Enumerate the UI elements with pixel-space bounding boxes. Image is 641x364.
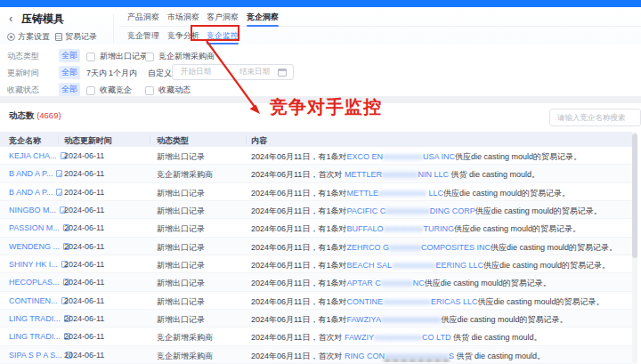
company-name-link[interactable]: PASSION M... <box>9 223 69 232</box>
content-company-link[interactable]: CONTINE <box>346 297 383 306</box>
content-redacted: xxxxxxxxxx <box>383 152 423 161</box>
content-redacted: xxxxxxxxxxxx <box>374 333 422 342</box>
annotation-text: 竞争对手监控 <box>270 95 382 119</box>
count-label: 动态数 <box>9 110 35 120</box>
content-company-link[interactable]: APTAR C <box>346 279 380 287</box>
company-name-link[interactable]: B AND A P... <box>9 188 62 197</box>
content-company-link[interactable]: ERICAS LLC <box>431 297 478 306</box>
content-company-link[interactable]: CO LTD <box>422 333 450 342</box>
plan-settings-label: 方案设置 <box>18 31 50 43</box>
content-company-link[interactable]: COMPOSITES INC <box>421 243 491 252</box>
company-name-link[interactable]: LING TRADI... <box>9 314 70 323</box>
tab-竞企管理[interactable]: 竞企管理 <box>127 30 159 42</box>
checkbox-option[interactable]: 收藏动态 <box>145 85 191 96</box>
content-company-link[interactable]: LLC <box>426 189 443 198</box>
row-content: 2024年06月11日，有1条对PACIFIC CxxxxxxxxxxxDING… <box>251 206 620 217</box>
content-company-link[interactable]: EERING LLC <box>435 261 483 270</box>
date-range-input[interactable]: 开始日期 → 结束日期 <box>172 64 294 80</box>
checkbox-option[interactable]: 收藏竞企 <box>86 85 132 96</box>
content-company-link[interactable]: NIN LLC <box>418 170 449 179</box>
content-text: 2024年06月11日，有1条对 <box>251 261 346 270</box>
checkbox-icon[interactable] <box>86 86 95 95</box>
content-company-link[interactable]: METTLE <box>346 189 378 198</box>
time-option[interactable]: 1个月内 <box>109 68 137 79</box>
filter-label: 动态类型 <box>7 51 39 62</box>
content-text: 2024年06月11日，首次对 <box>251 352 345 360</box>
content-company-link[interactable]: DING CORP <box>430 206 475 215</box>
content-company-link[interactable]: BEACH SAL <box>346 261 392 270</box>
content-company-link[interactable]: EXCO EN <box>346 152 383 161</box>
time-option[interactable]: 7天内 <box>86 68 107 79</box>
row-update-date: 2024-06-11 <box>64 351 104 360</box>
company-name-link[interactable]: B AND A P... <box>9 169 62 178</box>
company-name-link[interactable]: SIPA S P A S... <box>9 351 72 360</box>
company-name-link[interactable]: CONTINEN... <box>9 296 68 305</box>
filter-all-pill[interactable]: 全部 <box>59 49 80 62</box>
content-company-link[interactable]: NC <box>413 279 425 287</box>
content-redacted: xxxxxxxxxxxxxxxx <box>385 352 449 362</box>
range-arrow-icon: → <box>228 68 236 77</box>
trade-records-button[interactable]: 贸易记录 <box>55 31 97 43</box>
content-company-link[interactable]: FAWZIY <box>345 333 374 342</box>
content-text: 2024年06月11日，有1条对 <box>251 243 346 252</box>
company-action-icon[interactable] <box>56 189 62 196</box>
filter-all-pill[interactable]: 全部 <box>59 66 80 79</box>
filter-all-pill[interactable]: 全部 <box>59 83 80 96</box>
time-option[interactable]: 自定义 <box>148 68 172 79</box>
row-dynamic-type: 新增出口记录 <box>157 151 205 163</box>
plan-settings-button[interactable]: 方案设置 <box>7 31 50 43</box>
back-button[interactable]: ‹ <box>9 12 12 25</box>
row-content: 2024年06月11日，首次对 RING CONxxxxxxxxxxxxxxxx… <box>251 351 620 362</box>
content-company-link[interactable]: METTLER <box>345 170 382 179</box>
content-company-link[interactable]: RING CON <box>345 352 385 360</box>
content-company-link[interactable]: ZEHRCO G <box>346 243 389 252</box>
checkbox-option[interactable]: 竞企新增采购商 <box>145 51 215 62</box>
table-body: KEJIA CHA...2024-06-11新增出口记录2024年06月11日，… <box>0 147 632 364</box>
column-header: 动态类型 <box>157 135 189 147</box>
filter-row-time: 更新时间 全部 7天内1个月内自定义 开始日期 → 结束日期 <box>0 65 641 81</box>
tab-客户洞察[interactable]: 客户洞察 <box>207 12 239 23</box>
scrollbar-thumb[interactable] <box>632 133 637 258</box>
company-name-link[interactable]: WENDENG ... <box>9 242 69 251</box>
content-company-link[interactable]: TURING <box>423 224 454 233</box>
content-text: 2024年06月11日，有1条对 <box>251 224 346 233</box>
content-company-link[interactable]: USA INC <box>423 152 455 161</box>
row-dynamic-type: 新增出口记录 <box>157 242 205 254</box>
document-icon <box>55 33 62 41</box>
content-company-link[interactable]: PACIFIC C <box>346 206 385 215</box>
row-dynamic-type: 新增出口记录 <box>157 296 205 308</box>
company-name-link[interactable]: KEJIA CHA... <box>9 151 67 160</box>
tab-产品洞察[interactable]: 产品洞察 <box>127 12 159 23</box>
checkbox-option[interactable]: 新增出口记录 <box>86 51 148 62</box>
content-company-link[interactable]: FAWZIYA <box>346 315 381 324</box>
row-update-date: 2024-06-11 <box>64 206 104 214</box>
checkbox-icon[interactable] <box>86 53 95 61</box>
calendar-icon[interactable] <box>278 69 287 77</box>
checkbox-icon[interactable] <box>145 53 154 61</box>
content-text: 供应die casting mould的贸易记录。 <box>491 243 617 252</box>
tab-市场洞察[interactable]: 市场洞察 <box>167 12 199 23</box>
table-row: LING TRADI...2024-06-11新增出口记录2024年06月11日… <box>0 310 632 328</box>
dynamics-panel: 动态数 (4669) 竞争对手监控 竞企名称动态更新时间动态类型内容 KEJIA… <box>0 103 641 364</box>
row-content: 2024年06月11日，有1条对CONTINExxxxxxxxxxxxERICA… <box>251 296 620 308</box>
company-name-link[interactable]: NINGBO M... <box>9 206 66 214</box>
content-redacted: xxxxxxxxxx <box>383 224 423 233</box>
company-action-icon[interactable] <box>56 170 62 177</box>
content-redacted: xxxxxxxxxxxx <box>383 297 431 306</box>
content-text: 2024年06月11日，有1条对 <box>251 279 346 287</box>
checkbox-icon[interactable] <box>145 86 154 95</box>
dynamics-count: 动态数 (4669) <box>9 110 61 122</box>
row-dynamic-type: 新增出口记录 <box>157 206 205 217</box>
search-input[interactable] <box>549 109 641 126</box>
trade-records-label: 贸易记录 <box>65 31 97 43</box>
company-name-link[interactable]: LING TRADI... <box>9 332 70 341</box>
column-separator <box>58 135 59 143</box>
company-name-link[interactable]: HECOPLAS... <box>9 278 69 287</box>
table-row: B AND A P...2024-06-11新增出口记录2024年06月11日，… <box>0 183 632 201</box>
row-dynamic-type: 新增出口记录 <box>157 188 205 199</box>
content-company-link[interactable]: BUFFALO <box>346 224 383 233</box>
tab-竞企洞察[interactable]: 竞企洞察 <box>247 12 279 23</box>
content-text: 2024年06月11日，有1条对 <box>251 152 346 161</box>
company-name-link[interactable]: SHINY HK I... <box>9 260 68 269</box>
active-tab-underline <box>247 25 279 27</box>
